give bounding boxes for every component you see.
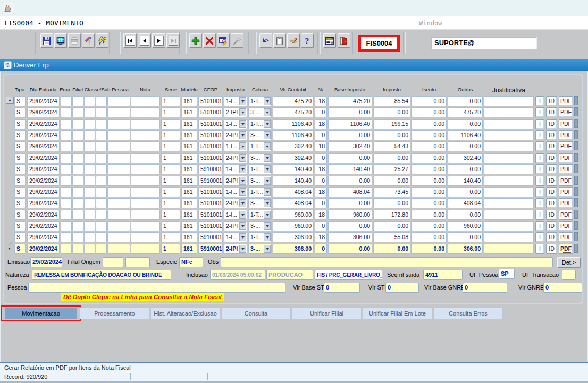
row-i-button[interactable]: I [535,119,544,129]
cell-cs2[interactable] [96,141,107,151]
cell-coluna-dropdown[interactable]: 3-... [248,221,272,231]
cell-nota[interactable] [131,130,160,140]
run-button[interactable] [96,33,108,48]
row-pdf-button[interactable]: PDF [559,176,573,186]
cell-pct[interactable]: 0 [315,198,327,208]
cell-base[interactable]: 408.04 [328,187,372,197]
chevron-down-icon[interactable] [239,131,246,139]
cell-outros[interactable]: 302.40 [448,153,483,163]
cell-nota[interactable] [131,164,160,174]
cell-imposto-dropdown[interactable]: 2-IPI [224,153,247,163]
cell-cs2[interactable] [96,153,107,163]
row-i-button[interactable]: I [535,130,544,140]
cell-outros[interactable]: 960.00 [448,221,483,231]
chevron-down-icon[interactable] [264,177,271,185]
cell-coluna-dropdown[interactable]: 3-... [248,130,272,140]
cell-base[interactable]: 0.00 [328,107,372,117]
natureza-field[interactable]: REMESSA EM BONIFICAÇÃO DOACAO OU BRINDE [32,270,171,280]
cell-isento[interactable]: 0.00 [411,232,447,242]
cell-cs2[interactable] [96,187,107,197]
cell-imposto-dropdown[interactable]: 2-IPI [224,221,247,231]
filial-origem-field-1[interactable] [103,257,123,267]
cell-outros[interactable]: 0.00 [448,164,483,174]
print-preview-button[interactable] [54,33,67,48]
row-pdf-button[interactable]: PDF [559,130,573,140]
cell-pessoa[interactable] [107,232,130,242]
cell-pct[interactable]: 18 [315,119,327,129]
cell-isento[interactable]: 0.00 [411,221,447,231]
cell-emp[interactable] [61,176,72,186]
cell-pct[interactable]: 0 [315,221,327,231]
cell-imp[interactable]: 0.00 [373,198,410,208]
row-i-button[interactable]: I [535,210,544,220]
undo-button[interactable] [259,33,272,48]
row-id-button[interactable]: ID [546,119,557,129]
scroll-down-row-icon[interactable]: ▼ [5,246,13,252]
cell-vlr[interactable]: 1106.40 [273,119,314,129]
cell-base[interactable]: 0.00 [328,221,372,231]
row-pdf-button[interactable]: PDF [559,232,573,242]
cell-imposto-dropdown[interactable]: 2-IPI [224,244,247,254]
row-pdf-button[interactable]: PDF [559,119,573,129]
cell-base[interactable]: 140.40 [328,164,372,174]
row-id-button[interactable]: ID [546,164,557,174]
cell-isento[interactable]: 0.00 [411,198,447,208]
cell-vlr[interactable]: 408.04 [273,187,314,197]
row-id-button[interactable]: ID [546,107,557,117]
cell-outros[interactable]: 475.20 [448,107,483,117]
next-row-button[interactable] [152,33,165,48]
cell-base[interactable]: 306.00 [328,232,372,242]
cell-modelo[interactable]: 161 [181,210,197,220]
cell-coluna-dropdown[interactable]: 1-T... [248,164,272,174]
window-menu-title[interactable]: FIS0004 - MOVIMENTO [4,19,83,27]
cell-dta[interactable]: 29/02/2024 [27,130,60,140]
cell-nota[interactable] [131,141,160,151]
cell-nota[interactable] [131,119,160,129]
cell-nota[interactable] [131,221,160,231]
row-i-button[interactable]: I [535,176,544,186]
cell-tipo[interactable]: S [14,210,26,220]
cell-isento[interactable]: 0.00 [411,164,447,174]
search-button[interactable] [217,33,230,48]
cell-imp[interactable]: 25.27 [373,164,410,174]
cell-emp[interactable] [61,232,72,242]
cell-imposto-dropdown[interactable]: 1-I... [224,141,247,151]
cell-cs1[interactable] [84,187,95,197]
cell-just[interactable] [484,210,534,220]
cell-modelo[interactable]: 161 [181,221,197,231]
cell-filial[interactable] [72,164,83,174]
cell-nota[interactable] [131,176,160,186]
table-row[interactable]: S29/02/2024116151010012-IPI3-...475.2000… [0,107,588,118]
cell-cs1[interactable] [84,164,95,174]
cell-outros[interactable]: 0.00 [448,232,483,242]
cell-tipo[interactable]: S [14,153,26,163]
chevron-down-icon[interactable] [239,211,246,219]
cell-serie[interactable]: 1 [161,187,180,197]
cell-dta[interactable]: 29/02/2024 [27,210,60,220]
row-id-button[interactable]: ID [546,244,557,254]
cell-cfop[interactable]: 5101001 [198,187,223,197]
cell-cs1[interactable] [84,210,95,220]
cell-cs1[interactable] [84,96,95,106]
cell-cs2[interactable] [96,232,107,242]
cell-cfop[interactable]: 5101001 [198,221,223,231]
cell-pct[interactable]: 0 [315,176,327,186]
cell-cfop[interactable]: 5910001 [198,164,223,174]
cell-cs2[interactable] [96,176,107,186]
cell-serie[interactable]: 1 [161,176,180,186]
cell-just[interactable] [484,164,534,174]
row-i-button[interactable]: I [535,164,544,174]
cell-modelo[interactable]: 161 [181,164,197,174]
menu-button[interactable]: Menu [323,33,336,48]
row-pdf-button[interactable]: PDF [559,153,573,163]
cell-cs2[interactable] [96,107,107,117]
chevron-down-icon[interactable] [239,245,246,253]
vlr-gnre-field[interactable]: 0 [543,283,582,293]
cell-vlr[interactable]: 1106.40 [273,130,314,140]
cell-filial[interactable] [72,130,83,140]
cell-vlr[interactable]: 140.40 [273,164,314,174]
row-i-button[interactable]: I [535,221,544,231]
cell-dta[interactable]: 29/02/2024 [27,96,60,106]
row-id-button[interactable]: ID [546,187,557,197]
cell-nota[interactable] [131,198,160,208]
